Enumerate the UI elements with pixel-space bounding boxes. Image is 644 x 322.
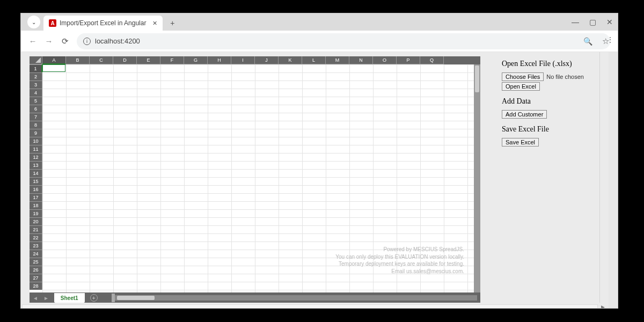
row-header-28[interactable]: 28: [30, 282, 42, 290]
add-data-heading: Add Data: [502, 97, 604, 106]
column-header-N[interactable]: N: [349, 56, 373, 64]
row-header-7[interactable]: 7: [30, 113, 42, 121]
row-header-22[interactable]: 22: [30, 233, 42, 241]
column-header-J[interactable]: J: [255, 56, 279, 64]
row-header-24[interactable]: 24: [30, 250, 42, 258]
row-header-16[interactable]: 16: [30, 185, 42, 193]
row-header-25[interactable]: 25: [30, 258, 42, 266]
active-cell-selection: [42, 64, 65, 72]
row-header-5[interactable]: 5: [30, 97, 42, 105]
page-hscroll[interactable]: ▶: [21, 303, 609, 308]
row-header-11[interactable]: 11: [30, 145, 42, 153]
row-header-21[interactable]: 21: [30, 225, 42, 233]
row-header-3[interactable]: 3: [30, 80, 42, 89]
nav-reload-icon[interactable]: ⟳: [61, 36, 69, 46]
url-text: localhost:4200: [95, 37, 140, 45]
sheet-tab-bar: ◄ ► Sheet1 +: [30, 292, 480, 303]
row-header-23[interactable]: 23: [30, 241, 42, 250]
row-header-6[interactable]: 6: [30, 105, 42, 113]
new-tab-button[interactable]: +: [166, 17, 179, 30]
window-controls: — ▢ ✕: [572, 13, 613, 31]
column-header-I[interactable]: I: [231, 56, 255, 64]
row-header-26[interactable]: 26: [30, 266, 42, 274]
spreadsheet: ABCDEFGHIJKLMNOPQ 1234567891011121314151…: [30, 56, 480, 303]
zoom-icon[interactable]: 🔍: [583, 37, 592, 46]
column-header-K[interactable]: K: [279, 56, 302, 64]
watermark-line: You can only deploy this EVALUATION vers…: [335, 253, 464, 261]
select-all-corner[interactable]: [30, 56, 42, 64]
browser-tab-active[interactable]: A Import/Export Excel in Angular ✕: [43, 16, 163, 31]
column-header-D[interactable]: D: [113, 56, 137, 64]
row-header-2[interactable]: 2: [30, 72, 42, 80]
save-excel-button[interactable]: Save Excel: [502, 138, 539, 147]
column-header-O[interactable]: O: [373, 56, 397, 64]
column-header-C[interactable]: C: [90, 56, 113, 64]
page-viewport: ABCDEFGHIJKLMNOPQ 1234567891011121314151…: [21, 52, 618, 308]
row-header-13[interactable]: 13: [30, 161, 42, 169]
column-header-G[interactable]: G: [184, 56, 208, 64]
sheet-vscroll-thumb[interactable]: [475, 65, 479, 92]
column-header-B[interactable]: B: [66, 56, 90, 64]
window-close-icon[interactable]: ✕: [606, 18, 613, 26]
browser-tabstrip: ⌄ A Import/Export Excel in Angular ✕ + —…: [21, 13, 618, 31]
side-panel: Open Excel File (.xlsx) Choose Files No …: [502, 60, 604, 308]
column-header-row: ABCDEFGHIJKLMNOPQ: [30, 56, 480, 64]
open-file-heading: Open Excel File (.xlsx): [502, 60, 604, 68]
row-header-17[interactable]: 17: [30, 193, 42, 201]
row-header-8[interactable]: 8: [30, 121, 42, 129]
choose-files-button[interactable]: Choose Files: [502, 72, 544, 81]
url-omnibox[interactable]: i localhost:4200: [77, 33, 610, 49]
site-info-icon[interactable]: i: [83, 38, 91, 45]
row-header-18[interactable]: 18: [30, 201, 42, 209]
watermark-line: Email us.sales@mescius.com.: [335, 268, 464, 275]
browser-menu-icon[interactable]: ⋮: [607, 36, 613, 43]
angular-favicon-icon: A: [49, 19, 56, 27]
add-sheet-button[interactable]: +: [90, 294, 98, 302]
sheet-nav-prev-icon[interactable]: ◄: [33, 295, 38, 301]
window-maximize-icon[interactable]: ▢: [589, 18, 596, 26]
row-header-4[interactable]: 4: [30, 89, 42, 97]
column-header-F[interactable]: F: [160, 56, 184, 64]
watermark-line: Powered by MESCIUS SpreadJS.: [335, 246, 464, 253]
window-minimize-icon[interactable]: —: [572, 18, 579, 26]
page-hscroll-right-icon[interactable]: ▶: [601, 304, 606, 308]
column-header-Q[interactable]: Q: [420, 56, 444, 64]
column-header-A[interactable]: A: [42, 56, 66, 64]
app-root: ABCDEFGHIJKLMNOPQ 1234567891011121314151…: [21, 52, 609, 308]
row-header-20[interactable]: 20: [30, 217, 42, 225]
row-header-14[interactable]: 14: [30, 169, 42, 177]
address-bar: ← → ⟳ i localhost:4200 🔍 ☆ ⋮: [21, 31, 618, 52]
row-header-19[interactable]: 19: [30, 209, 42, 217]
column-header-E[interactable]: E: [137, 56, 160, 64]
evaluation-watermark: Powered by MESCIUS SpreadJS.You can only…: [335, 246, 464, 275]
sheet-tab-active[interactable]: Sheet1: [54, 293, 85, 303]
add-customer-button[interactable]: Add Customer: [502, 110, 547, 119]
save-file-heading: Save Excel File: [502, 125, 604, 134]
row-header-1[interactable]: 1: [30, 64, 42, 72]
watermark-line: Temporary deployment keys are available …: [335, 260, 464, 268]
column-header-P[interactable]: P: [397, 56, 420, 64]
row-header-9[interactable]: 9: [30, 129, 42, 137]
sheet-hscroll-track[interactable]: [114, 295, 477, 301]
sheet-nav-next-icon[interactable]: ►: [43, 295, 49, 301]
row-header-column: 1234567891011121314151617181920212223242…: [30, 64, 42, 292]
open-excel-button[interactable]: Open Excel: [502, 82, 540, 91]
tab-close-icon[interactable]: ✕: [152, 20, 157, 27]
sheet-vscroll-track[interactable]: [474, 64, 480, 292]
tab-title: Import/Export Excel in Angular: [60, 19, 146, 27]
tabbar-split-handle[interactable]: [112, 294, 115, 302]
tab-search-dropdown[interactable]: ⌄: [27, 16, 40, 28]
column-header-M[interactable]: M: [326, 56, 349, 64]
row-header-12[interactable]: 12: [30, 153, 42, 161]
column-header-L[interactable]: L: [302, 56, 326, 64]
nav-forward-icon: →: [45, 36, 53, 46]
page-vscroll[interactable]: [599, 52, 609, 308]
nav-back-icon[interactable]: ←: [28, 36, 37, 46]
row-header-15[interactable]: 15: [30, 177, 42, 185]
row-header-27[interactable]: 27: [30, 274, 42, 282]
column-header-H[interactable]: H: [208, 56, 231, 64]
cell-grid[interactable]: Powered by MESCIUS SpreadJS.You can only…: [42, 64, 480, 292]
sheet-hscroll-thumb[interactable]: [117, 296, 155, 300]
row-header-10[interactable]: 10: [30, 137, 42, 145]
no-file-chosen-text: No file chosen: [546, 74, 584, 80]
